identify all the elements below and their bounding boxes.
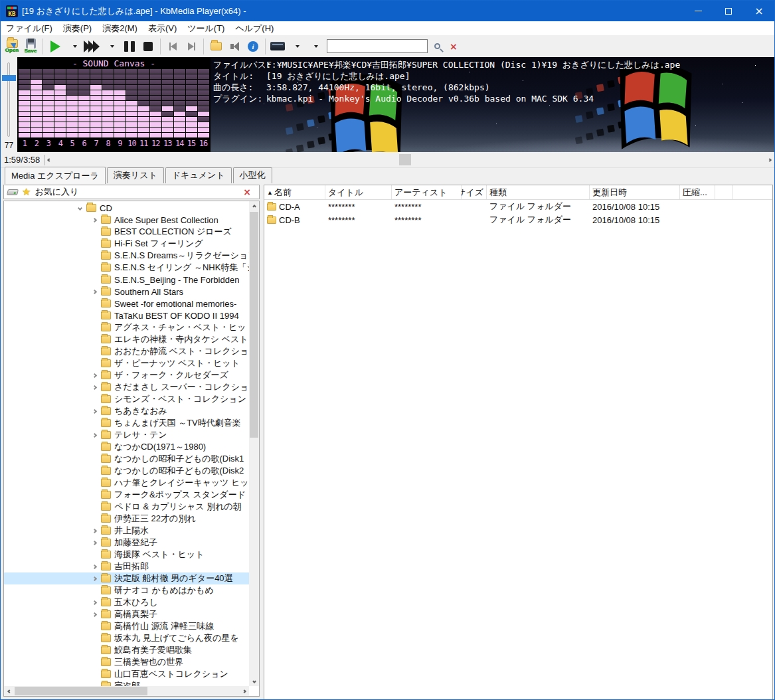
volume-slider-track[interactable] xyxy=(7,62,10,137)
tab-3[interactable]: ドキュメント xyxy=(165,167,232,183)
column-header-6[interactable]: 更新日時 xyxy=(590,185,680,199)
tree-item[interactable]: 鮫島有美子愛唱歌集 xyxy=(4,644,249,656)
menu-item-3[interactable]: 演奏2(M) xyxy=(97,21,143,35)
tree-item[interactable]: フォーク&ポップス スタンダード・ヒ xyxy=(4,489,249,501)
menu-item-2[interactable]: 演奏(P) xyxy=(58,21,97,35)
column-header-4[interactable]: サイズ xyxy=(462,185,487,199)
clear-search-icon[interactable]: × xyxy=(450,41,458,52)
browse-folder-button[interactable] xyxy=(207,37,225,56)
open-button[interactable]: Open xyxy=(3,37,21,56)
play-dropdown[interactable] xyxy=(64,37,83,56)
expander-chevron-right-icon[interactable] xyxy=(88,541,101,545)
search-icon[interactable] xyxy=(434,43,440,49)
tree-item[interactable]: Hi-Fi Set フィーリング xyxy=(4,238,249,250)
scroll-up-button[interactable] xyxy=(249,201,259,211)
tree-item[interactable]: さだまさし スーパー・コレクション xyxy=(4,381,249,393)
tree-item[interactable]: なつかしの昭和子どもの歌(Disk1 xyxy=(4,453,249,465)
seek-left-button[interactable] xyxy=(44,152,54,167)
table-row[interactable]: CD-A****************ファイル フォルダー2016/10/08… xyxy=(264,200,772,213)
menu-item-1[interactable]: ファイル(F) xyxy=(1,21,58,35)
device-dropdown-2[interactable] xyxy=(305,37,324,56)
tab-4[interactable]: 小型化 xyxy=(233,167,272,183)
tree-item[interactable]: 伊勢正三 22才の別れ xyxy=(4,513,249,525)
fast-forward-button[interactable] xyxy=(83,37,102,56)
tree-item[interactable]: TaTaKu BEST OF KODO II 1994 xyxy=(4,309,249,321)
tree-horizontal-scrollbar[interactable] xyxy=(4,686,249,696)
expander-chevron-right-icon[interactable] xyxy=(88,386,101,389)
expander-chevron-right-icon[interactable] xyxy=(88,613,101,616)
tree-item[interactable]: ザ・フォーク・クルセダーズ xyxy=(4,369,249,381)
tree-item[interactable]: Alice Super Best Collection xyxy=(4,214,249,226)
tree-item[interactable]: なつかしの昭和子どもの歌(Disk2 xyxy=(4,465,249,477)
tree-item[interactable]: おおたか静流 ベスト・コレクション xyxy=(4,345,249,357)
expander-chevron-right-icon[interactable] xyxy=(88,290,101,294)
tree-item[interactable]: ハナ肇とクレイジーキャッツ ヒット xyxy=(4,477,249,489)
tree-item[interactable]: エレキの神様・寺内タケシ ベスト xyxy=(4,333,249,345)
info-button[interactable]: i xyxy=(244,37,262,56)
fast-forward-dropdown[interactable] xyxy=(102,37,120,56)
maximize-button[interactable] xyxy=(713,1,744,21)
tree-item[interactable]: 決定版 船村徹 男のギター40選 xyxy=(4,572,249,584)
column-header-3[interactable]: アーティスト xyxy=(392,185,462,199)
title-bar[interactable]: KB [19 おきざりにした悲しみは.ape] - KbMedia Player… xyxy=(1,1,774,21)
seek-thumb[interactable] xyxy=(399,154,411,165)
column-header-2[interactable]: タイトル xyxy=(325,185,392,199)
tree-item[interactable]: テレサ・テン xyxy=(4,429,249,441)
column-header-5[interactable]: 種類 xyxy=(487,185,590,199)
tree-item[interactable]: ペドロ & カプリシャス 別れの朝 xyxy=(4,501,249,513)
minimize-button[interactable] xyxy=(683,1,713,21)
tree-item[interactable]: 五木ひろし xyxy=(4,596,249,608)
stop-button[interactable] xyxy=(139,37,157,56)
menu-item-6[interactable]: ヘルプ(H) xyxy=(230,21,279,35)
scroll-right-button[interactable] xyxy=(239,686,249,696)
tree-item[interactable]: BEST COLLECTION ジローズ xyxy=(4,226,249,238)
next-track-button[interactable] xyxy=(182,37,201,56)
volume-slider-handle[interactable] xyxy=(2,75,16,81)
tree-item[interactable]: なつかCD(1971～1980) xyxy=(4,441,249,453)
tree-item[interactable]: 坂本九 見上げてごらん夜の星を xyxy=(4,632,249,644)
table-row[interactable]: CD-B****************ファイル フォルダー2016/10/08… xyxy=(264,213,772,226)
tree-item[interactable]: CD xyxy=(4,202,249,214)
vertical-scroll-thumb[interactable] xyxy=(250,212,258,438)
menu-item-5[interactable]: ツール(T) xyxy=(182,21,230,35)
previous-track-button[interactable] xyxy=(163,37,182,56)
tree-item[interactable]: 宗次郎 xyxy=(4,680,249,686)
favorites-close-icon[interactable]: × xyxy=(243,187,255,197)
expander-chevron-right-icon[interactable] xyxy=(88,529,101,533)
tree-item[interactable]: S.E.N.S_Beijing - The Forbidden xyxy=(4,274,249,286)
tree-item[interactable]: 研ナオコ かもめはかもめ xyxy=(4,584,249,596)
search-input[interactable] xyxy=(327,39,428,53)
seek-right-button[interactable] xyxy=(765,152,774,167)
seek-bar[interactable] xyxy=(54,152,765,167)
expander-chevron-right-icon[interactable] xyxy=(88,410,101,413)
scroll-left-button[interactable] xyxy=(4,686,14,696)
expander-chevron-right-icon[interactable] xyxy=(88,565,101,569)
tree-item[interactable]: S.E.N.S セイリング ～NHK特集「シ xyxy=(4,262,249,274)
menu-item-4[interactable]: 表示(V) xyxy=(143,21,182,35)
close-button[interactable]: × xyxy=(744,1,774,21)
horizontal-scroll-thumb[interactable] xyxy=(15,687,147,695)
tree-item[interactable]: 高橋竹山 源流 津軽三味線 xyxy=(4,620,249,632)
tree-item[interactable]: 山口百恵ベストコレクション xyxy=(4,668,249,680)
play-button[interactable] xyxy=(46,37,64,56)
tree-item[interactable]: ザ・ピーナッツ ベスト・ヒット xyxy=(4,357,249,369)
tree-item[interactable]: シモンズ・ベスト・コレクション xyxy=(4,393,249,405)
tree-item[interactable]: 高橋真梨子 xyxy=(4,608,249,620)
pause-button[interactable] xyxy=(120,37,139,56)
favorites-header[interactable]: ★ お気に入り × xyxy=(3,185,260,199)
tab-1[interactable]: Media エクスプローラ xyxy=(5,167,106,184)
device-button[interactable] xyxy=(268,37,287,56)
expander-chevron-right-icon[interactable] xyxy=(88,219,101,222)
save-button[interactable]: Save xyxy=(21,37,40,56)
expander-chevron-right-icon[interactable] xyxy=(88,434,101,437)
tree-item[interactable]: ちあきなおみ xyxy=(4,405,249,417)
tree-item[interactable]: アグネス・チャン・ベスト・ヒット xyxy=(4,321,249,333)
tree-item[interactable]: Southern All Stars xyxy=(4,286,249,298)
tree-item[interactable]: 井上陽水 xyxy=(4,525,249,537)
tree-vertical-scrollbar[interactable] xyxy=(249,201,259,686)
expander-chevron-right-icon[interactable] xyxy=(88,577,101,580)
tree-item[interactable]: 加藤登紀子 xyxy=(4,537,249,549)
expander-chevron-right-icon[interactable] xyxy=(88,601,101,604)
volume-button[interactable] xyxy=(225,37,244,56)
expander-chevron-down-icon[interactable] xyxy=(73,207,86,210)
